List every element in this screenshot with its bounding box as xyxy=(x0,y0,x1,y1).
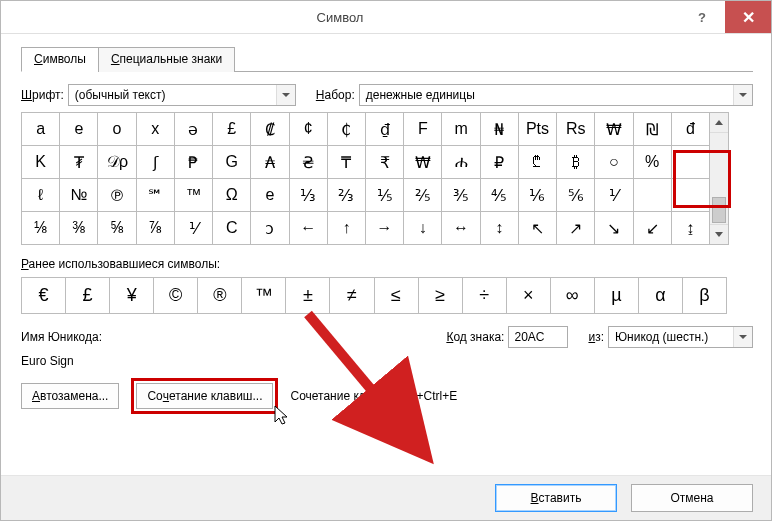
symbol-cell[interactable]: ₩ xyxy=(404,146,442,179)
symbol-cell[interactable]: ₪ xyxy=(634,113,672,146)
from-select[interactable]: Юникод (шестн.) xyxy=(608,326,753,348)
symbol-cell[interactable]: ₮ xyxy=(60,146,98,179)
symbol-cell[interactable]: ⅘ xyxy=(481,179,519,212)
recent-symbol-cell[interactable]: ™ xyxy=(242,278,286,314)
symbol-cell[interactable]: m xyxy=(442,113,480,146)
insert-button[interactable]: Вставить xyxy=(495,484,617,512)
scroll-down-button[interactable] xyxy=(710,224,728,244)
symbol-cell[interactable]: a xyxy=(22,113,60,146)
symbol-cell[interactable]: ¢ xyxy=(290,113,328,146)
symbol-cell[interactable]: ↑ xyxy=(328,212,366,245)
help-button[interactable]: ? xyxy=(679,1,725,33)
symbol-cell[interactable]: ə xyxy=(175,113,213,146)
symbol-cell[interactable]: ↘ xyxy=(595,212,633,245)
symbol-cell[interactable]: ⅗ xyxy=(442,179,480,212)
close-button[interactable]: ✕ xyxy=(725,1,771,33)
symbol-cell[interactable]: ⅟ xyxy=(175,212,213,245)
symbol-cell[interactable]: ₱ xyxy=(175,146,213,179)
symbol-cell[interactable]: Ω xyxy=(213,179,251,212)
symbol-cell[interactable]: 𝒟ρ xyxy=(98,146,136,179)
symbol-cell[interactable]: ↗ xyxy=(557,212,595,245)
symbol-cell[interactable]: ⅙ xyxy=(519,179,557,212)
subset-select[interactable]: денежные единицы xyxy=(359,84,753,106)
recent-symbol-cell[interactable]: α xyxy=(639,278,683,314)
symbol-cell[interactable]: K xyxy=(22,146,60,179)
symbol-cell[interactable]: ₹ xyxy=(366,146,404,179)
symbol-cell[interactable]: ₩ xyxy=(595,113,633,146)
symbol-cell[interactable]: đ xyxy=(672,113,710,146)
scroll-up-button[interactable] xyxy=(710,113,728,133)
recent-symbol-cell[interactable]: © xyxy=(154,278,198,314)
symbol-cell[interactable]: ₾ xyxy=(519,146,557,179)
symbol-cell[interactable]: ℠ xyxy=(137,179,175,212)
symbol-cell[interactable]: ○ xyxy=(595,146,633,179)
recent-symbol-cell[interactable]: β xyxy=(683,278,727,314)
symbol-cell[interactable]: ₿ xyxy=(557,146,595,179)
recent-symbol-cell[interactable]: ¥ xyxy=(110,278,154,314)
recent-symbol-cell[interactable]: € xyxy=(22,278,66,314)
symbol-cell[interactable]: ₫ xyxy=(366,113,404,146)
symbol-cell[interactable]: % xyxy=(634,146,672,179)
symbol-cell[interactable]: ↨ xyxy=(672,212,710,245)
symbol-cell[interactable]: ₡ xyxy=(251,113,289,146)
scrollbar[interactable] xyxy=(710,112,729,245)
recent-symbol-cell[interactable]: ® xyxy=(198,278,242,314)
symbol-cell[interactable]: ℓ xyxy=(22,179,60,212)
symbol-cell[interactable]: ʃ xyxy=(137,146,175,179)
cancel-button[interactable]: Отмена xyxy=(631,484,753,512)
symbol-cell[interactable]: ™ xyxy=(175,179,213,212)
recent-symbol-cell[interactable]: ∞ xyxy=(551,278,595,314)
symbol-cell[interactable]: ↙ xyxy=(634,212,672,245)
recent-symbol-cell[interactable]: µ xyxy=(595,278,639,314)
recent-symbol-cell[interactable]: ≤ xyxy=(375,278,419,314)
symbol-cell[interactable]: ⅖ xyxy=(404,179,442,212)
symbol-cell[interactable]: ₵ xyxy=(328,113,366,146)
symbol-cell[interactable]: o xyxy=(98,113,136,146)
symbol-cell[interactable]: ⅞ xyxy=(137,212,175,245)
scroll-thumb[interactable] xyxy=(712,197,726,223)
symbol-cell[interactable]: £ xyxy=(213,113,251,146)
symbol-cell[interactable]: ↓ xyxy=(404,212,442,245)
symbol-cell[interactable]: ₴ xyxy=(290,146,328,179)
symbol-cell[interactable]: ↕ xyxy=(481,212,519,245)
symbol-cell[interactable]: ← xyxy=(290,212,328,245)
chevron-down-icon[interactable] xyxy=(276,85,295,105)
symbol-cell[interactable]: e xyxy=(251,179,289,212)
symbol-cell[interactable]: ↖ xyxy=(519,212,557,245)
tab-symbols[interactable]: Символы xyxy=(21,47,99,72)
symbol-cell[interactable]: ሐ xyxy=(442,146,480,179)
chevron-down-icon[interactable] xyxy=(733,327,752,347)
autocorrect-button[interactable]: Автозамена... xyxy=(21,383,119,409)
symbol-cell[interactable]: G xyxy=(213,146,251,179)
recent-symbol-cell[interactable]: × xyxy=(507,278,551,314)
symbol-cell[interactable]: ⅓ xyxy=(290,179,328,212)
symbol-cell[interactable]: Rs xyxy=(557,113,595,146)
symbol-cell[interactable]: Pts xyxy=(519,113,557,146)
tab-special[interactable]: Специальные знаки xyxy=(98,47,235,72)
shortcut-key-button[interactable]: Сочетание клавиш... xyxy=(136,383,273,409)
symbol-cell[interactable]: ↔ xyxy=(442,212,480,245)
symbol-cell[interactable]: ⅕ xyxy=(366,179,404,212)
symbol-cell[interactable]: ₸ xyxy=(328,146,366,179)
symbol-cell[interactable]: ɔ xyxy=(251,212,289,245)
symbol-cell[interactable]: ₽ xyxy=(481,146,519,179)
symbol-cell[interactable]: ⅛ xyxy=(22,212,60,245)
symbol-cell[interactable]: ₳ xyxy=(251,146,289,179)
symbol-cell[interactable] xyxy=(634,179,672,212)
chevron-down-icon[interactable] xyxy=(733,85,752,105)
symbol-cell[interactable]: C xyxy=(213,212,251,245)
symbol-cell[interactable]: e xyxy=(60,113,98,146)
recent-symbol-cell[interactable]: £ xyxy=(66,278,110,314)
symbol-cell[interactable]: ⅟ xyxy=(595,179,633,212)
recent-symbol-cell[interactable]: ± xyxy=(286,278,330,314)
recent-symbol-cell[interactable]: ≥ xyxy=(419,278,463,314)
symbol-cell[interactable]: ℗ xyxy=(98,179,136,212)
recent-symbol-cell[interactable]: ≠ xyxy=(330,278,374,314)
symbol-cell[interactable]: ⅝ xyxy=(98,212,136,245)
symbol-cell[interactable] xyxy=(672,179,710,212)
symbol-cell[interactable]: ⅚ xyxy=(557,179,595,212)
symbol-cell[interactable]: № xyxy=(60,179,98,212)
symbol-cell[interactable]: → xyxy=(366,212,404,245)
symbol-cell[interactable]: x xyxy=(137,113,175,146)
scroll-track[interactable] xyxy=(710,133,728,224)
